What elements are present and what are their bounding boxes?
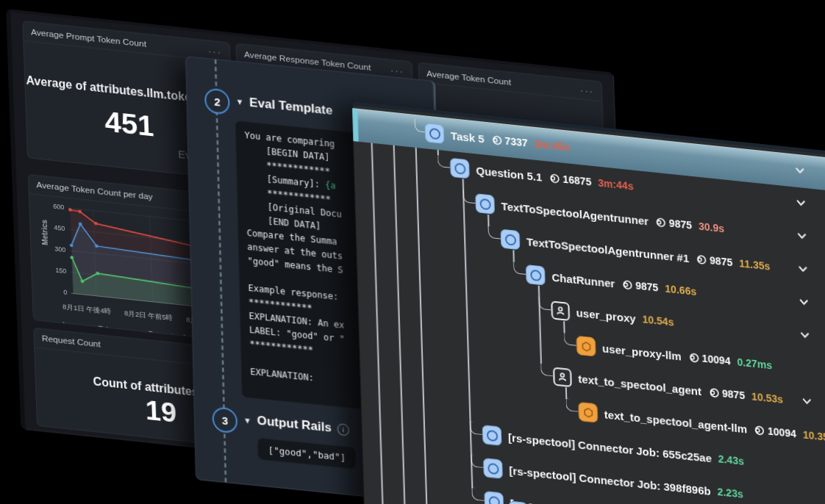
chart-ytick: 600 (53, 203, 64, 211)
card-title: Average Token Count (426, 68, 511, 87)
duration-badge: 10.53s (751, 391, 783, 406)
card-menu-icon[interactable]: ··· (390, 64, 405, 76)
span-label: text_to_spectool_agent-llm (604, 408, 747, 435)
token-count: 9875 (621, 278, 659, 294)
card-menu-icon[interactable]: ··· (580, 84, 595, 96)
card-title: Average Prompt Token Count (31, 26, 146, 48)
llm-span-icon (576, 336, 596, 357)
collapse-triangle-icon[interactable]: ▼ (235, 96, 243, 106)
agent-span-icon (526, 264, 546, 286)
tokens-icon (688, 351, 699, 364)
trace-tree-panel: Task 573373m:45sQuestion 5.1168753m:44sT… (351, 101, 825, 504)
agent-span-icon (501, 229, 521, 251)
tokens-icon (490, 134, 501, 146)
output-rails-heading: ▼ Output Rails i (243, 412, 349, 437)
tokens-icon (655, 216, 666, 228)
span-label: user_proxy (576, 306, 635, 324)
step-badge-2: 2 (204, 87, 230, 115)
agent-span-icon (483, 458, 503, 479)
eval-template-heading: ▼ Eval Template (235, 93, 332, 118)
duration-badge: 0.27ms (737, 356, 772, 372)
tokens-icon (708, 386, 719, 399)
collapse-triangle-icon[interactable]: ▼ (243, 415, 251, 425)
token-count: 7337 (490, 134, 528, 149)
span-label: Question 5.1 (476, 164, 543, 183)
user-span-icon (551, 300, 570, 321)
chevron-down-icon[interactable] (794, 165, 808, 179)
tokens-icon (621, 278, 632, 291)
duration-badge: 11.35s (739, 257, 771, 272)
card-title: Request Count (42, 334, 101, 350)
span-label: user_proxy-llm (602, 342, 682, 362)
user-span-icon (553, 367, 572, 387)
tokens-icon (696, 253, 707, 266)
chart-ytick: 0 (63, 289, 67, 296)
chevron-down-icon[interactable] (796, 230, 810, 245)
agent-span-icon (450, 158, 470, 179)
span-label: text_to_spectool_agent (578, 372, 701, 397)
chevron-down-icon[interactable] (801, 395, 815, 410)
duration-badge: 10.54s (642, 313, 674, 328)
chevron-down-icon[interactable] (799, 329, 813, 344)
duration-badge: 3m:44s (598, 177, 634, 192)
span-tree: Task 573373m:45sQuestion 5.1168753m:44sT… (352, 105, 825, 504)
token-count: 9875 (655, 216, 693, 231)
chart-ytick: 300 (54, 245, 65, 253)
span-label: TextToSpectoolAgentrunner (501, 199, 649, 227)
agent-span-icon (425, 123, 445, 144)
tokens-icon (549, 172, 560, 184)
token-count: 9875 (696, 253, 733, 268)
llm-span-icon (578, 402, 598, 423)
token-count: 16875 (549, 172, 591, 188)
duration-badge: 2.23s (717, 486, 743, 500)
duration-badge: 30.9s (699, 220, 725, 235)
chevron-down-icon[interactable] (795, 197, 809, 212)
chart-ytick: 450 (54, 224, 65, 232)
chevron-down-icon[interactable] (797, 263, 811, 278)
stat-value: 19 (145, 395, 177, 429)
chart-ytick: 150 (55, 267, 66, 275)
hero-collage: Average Prompt Token Count ··· Average o… (0, 0, 825, 504)
span-label: Task 5 (451, 129, 485, 145)
agent-span-icon (475, 193, 495, 215)
output-rails-value[interactable]: ["good","bad"] (257, 437, 357, 469)
info-icon[interactable]: i (338, 423, 349, 436)
duration-badge: 10.35s (803, 429, 825, 444)
duration-badge: 2.43s (718, 453, 745, 468)
card-title: Average Token Count per day (36, 180, 153, 202)
agent-span-icon (484, 491, 504, 504)
step-badge-3: 3 (212, 406, 238, 433)
duration-badge: 10.66s (665, 283, 696, 298)
legend-swatch (46, 322, 57, 325)
tokens-icon (754, 424, 765, 436)
token-count: 10094 (754, 424, 796, 440)
span-label: ChatRunner (551, 270, 615, 289)
legend-swatch (133, 331, 145, 335)
chevron-down-icon[interactable] (798, 296, 812, 311)
selected-row-accent (352, 109, 358, 142)
token-count: 10094 (688, 351, 730, 367)
agent-span-icon (482, 425, 502, 446)
card-menu-icon[interactable]: ··· (208, 45, 223, 57)
chart-ylabel: Metrics (40, 220, 49, 246)
token-count: 9875 (708, 386, 746, 401)
duration-badge: 3m:45s (534, 138, 570, 154)
